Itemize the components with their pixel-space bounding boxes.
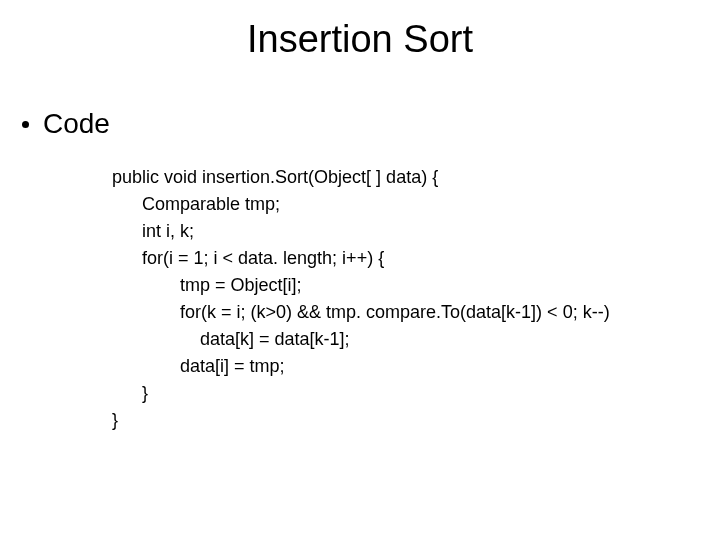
code-line: } bbox=[112, 407, 610, 434]
code-line: public void insertion.Sort(Object[ ] dat… bbox=[112, 164, 610, 191]
code-line: data[k] = data[k-1]; bbox=[112, 326, 610, 353]
code-block: public void insertion.Sort(Object[ ] dat… bbox=[112, 164, 610, 434]
code-line: tmp = Object[i]; bbox=[112, 272, 610, 299]
bullet-label: Code bbox=[43, 108, 110, 140]
bullet-item: Code bbox=[22, 108, 110, 140]
slide-title: Insertion Sort bbox=[0, 18, 720, 61]
code-line: int i, k; bbox=[112, 218, 610, 245]
code-line: Comparable tmp; bbox=[112, 191, 610, 218]
slide: Insertion Sort Code public void insertio… bbox=[0, 0, 720, 540]
code-line: } bbox=[112, 380, 610, 407]
code-line: data[i] = tmp; bbox=[112, 353, 610, 380]
code-line: for(i = 1; i < data. length; i++) { bbox=[112, 245, 610, 272]
bullet-dot-icon bbox=[22, 121, 29, 128]
code-line: for(k = i; (k>0) && tmp. compare.To(data… bbox=[112, 299, 610, 326]
